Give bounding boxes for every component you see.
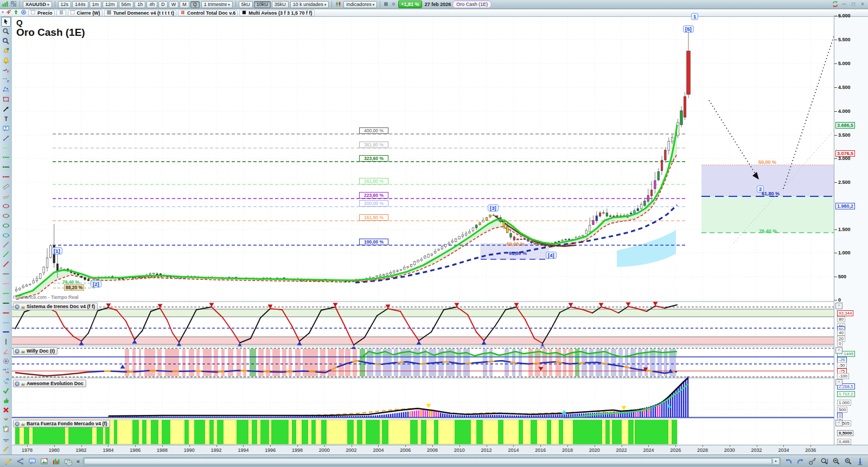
timeframe-button-1h[interactable]: 1h: [135, 1, 145, 8]
wave-label-1[interactable]: [1]: [52, 247, 62, 254]
tool-channel[interactable]: [1, 191, 11, 201]
tool-hline-8ee88e[interactable]: [1, 143, 11, 153]
fib-label-10000[interactable]: 100,00 %: [359, 239, 388, 245]
tool-hline-1b7a1b[interactable]: [1, 162, 11, 172]
panel-close-icon[interactable]: ×: [15, 304, 20, 309]
redo-icon[interactable]: [795, 456, 806, 466]
timeframe-button-M[interactable]: M: [180, 1, 189, 8]
tool-xmark[interactable]: [1, 405, 11, 415]
indicator-toggle-control-total-doc-v-6[interactable]: Control Total Doc v.6: [178, 10, 238, 16]
timeframe-button-D[interactable]: D: [158, 1, 168, 8]
panel-header-4[interactable]: ×Barra Fuerza Fondo Mercado v4 (f): [13, 420, 110, 427]
tool-hbar-2233bb[interactable]: [1, 328, 11, 337]
tool-text[interactable]: T: [1, 114, 11, 124]
timeframe-button-56m[interactable]: 56m: [119, 1, 134, 8]
fib-label-16180[interactable]: 161,80 %: [359, 214, 388, 221]
indicator-toggle-list[interactable]: [56, 10, 66, 16]
time-axis[interactable]: 1978198019821984198619881990199219941996…: [12, 445, 868, 455]
units-selector[interactable]: 10 k unidades▾: [290, 1, 329, 8]
tool-ellipse-9a6a3a[interactable]: [1, 211, 11, 221]
timeframe-button-12s[interactable]: 12s: [58, 1, 72, 8]
panel-collapse-button[interactable]: ^: [835, 379, 843, 386]
scrollbar-thumb[interactable]: [84, 458, 772, 464]
panel-collapse-button[interactable]: ^: [835, 347, 843, 354]
price-axis[interactable]: 6.0005.5005.0004.5004.0003.5003.0002.500…: [834, 17, 868, 445]
timeframe-button-12m[interactable]: 12m: [103, 1, 118, 8]
tool-diag-d03030[interactable]: [1, 259, 11, 269]
image-icon[interactable]: [39, 456, 49, 466]
tool-vline[interactable]: [1, 337, 11, 347]
fib-label-26180[interactable]: 261,80 %: [359, 178, 388, 184]
collapse-left-icon[interactable]: «: [75, 458, 81, 464]
close-button[interactable]: ×: [859, 1, 866, 8]
keytool-icon[interactable]: [807, 456, 818, 466]
zoomin-icon[interactable]: [843, 456, 853, 466]
chart-canvas[interactable]: [12, 17, 834, 445]
tool-diag-3dbb3d[interactable]: [1, 250, 11, 259]
tool-hbar-f0a0a0[interactable]: [1, 279, 11, 289]
add-icon[interactable]: [5, 9, 11, 16]
share-icon[interactable]: [15, 456, 25, 466]
fib-label-36180[interactable]: 361,80 %: [359, 142, 388, 148]
panel-close-icon[interactable]: ×: [15, 421, 20, 426]
tool-hbar-1b7a1b[interactable]: [1, 298, 11, 308]
tool-zoom[interactable]: [1, 27, 11, 36]
fib-label-20000[interactable]: 200,00 %: [359, 200, 388, 207]
tool-dots[interactable]: [1, 434, 11, 444]
tool-hline-3dbb3d[interactable]: [1, 152, 11, 162]
tool-pointsa[interactable]: +a+a: [1, 366, 11, 376]
timeframe-button-144s[interactable]: 144s: [72, 1, 88, 8]
instrument-badge[interactable]: Oro Cash (1E): [452, 1, 492, 8]
fib-label-22360[interactable]: 223,60 %: [359, 192, 388, 199]
tool-ellipse-3ab0a0[interactable]: [1, 231, 11, 240]
tool-ellipse-d04040[interactable]: [1, 201, 11, 211]
tool-trendarrow[interactable]: [1, 104, 11, 114]
tool-polyblue[interactable]: [1, 85, 11, 94]
tool-angle[interactable]: [1, 347, 11, 356]
tool-segment[interactable]: [1, 133, 11, 143]
remove-icon[interactable]: [21, 9, 27, 16]
wave-label-5[interactable]: [5]: [683, 25, 694, 33]
indicators-button[interactable]: Indicadores▾: [343, 1, 377, 8]
timeframe-button-4h[interactable]: 4h: [146, 1, 157, 8]
wave-label-3[interactable]: [3]: [488, 204, 499, 212]
timeframe-button-1m[interactable]: 1m: [90, 1, 102, 8]
fib-label-40000[interactable]: 400,00 %: [359, 127, 388, 134]
tool-thumb[interactable]: [1, 395, 11, 405]
tool-hbar-88bbee[interactable]: [1, 318, 11, 328]
unit-button-5kU[interactable]: 5kU: [239, 1, 253, 8]
tool-callout[interactable]: T: [1, 124, 11, 133]
panel-header-3[interactable]: ×Awesome Evolution Doc: [13, 380, 86, 387]
bars-icon[interactable]: [50, 456, 61, 466]
indicator-toggle-multi-avisos-3-f-3-1-5-70-f-f-[interactable]: Multi Avisos (3 f 3 1,5 70 f f): [239, 10, 314, 16]
up-arrow-icon[interactable]: [13, 9, 19, 16]
sync-icon[interactable]: [832, 1, 839, 9]
window-icon[interactable]: [62, 456, 73, 466]
tool-rectred[interactable]: [1, 94, 11, 104]
workspace-layout-icon[interactable]: [10, 1, 17, 8]
tool-dashf[interactable]: F: [1, 75, 11, 85]
scroll-right-button[interactable]: ▸: [773, 458, 780, 465]
panel-header-2[interactable]: ×Willy Doc (t): [13, 347, 58, 355]
tool-zoomarea[interactable]: [1, 36, 11, 46]
tool-cursor[interactable]: [1, 17, 11, 27]
zoomout-icon[interactable]: [831, 456, 841, 466]
zoomv-icon[interactable]: [819, 456, 829, 466]
tool-anchorf[interactable]: F: [1, 65, 11, 75]
tool-bellx[interactable]: [1, 46, 11, 56]
minimize-button[interactable]: ─: [840, 1, 848, 8]
panel-header-1[interactable]: ×Sistema de trenes Doc v4 (f f): [13, 303, 98, 310]
timeframe-button-Q[interactable]: Q: [190, 1, 200, 8]
maximize-button[interactable]: □: [850, 1, 857, 8]
chart-type-icon[interactable]: [335, 1, 342, 9]
indicator-toggle-precio[interactable]: Precio: [28, 10, 55, 16]
tool-bell[interactable]: [1, 56, 11, 66]
symbol-selector[interactable]: XAUUSD▾: [23, 1, 52, 8]
panel-close-icon[interactable]: ×: [15, 381, 20, 386]
unit-button-10kU[interactable]: 10kU: [254, 1, 271, 8]
panel-collapse-button[interactable]: ^: [835, 420, 843, 426]
pause-icon[interactable]: [383, 1, 389, 8]
tool-ellipse-3aa04a[interactable]: [1, 221, 11, 231]
wave-label-1[interactable]: 1: [691, 13, 698, 20]
period-selector[interactable]: 1 trimestre▾: [201, 1, 233, 8]
